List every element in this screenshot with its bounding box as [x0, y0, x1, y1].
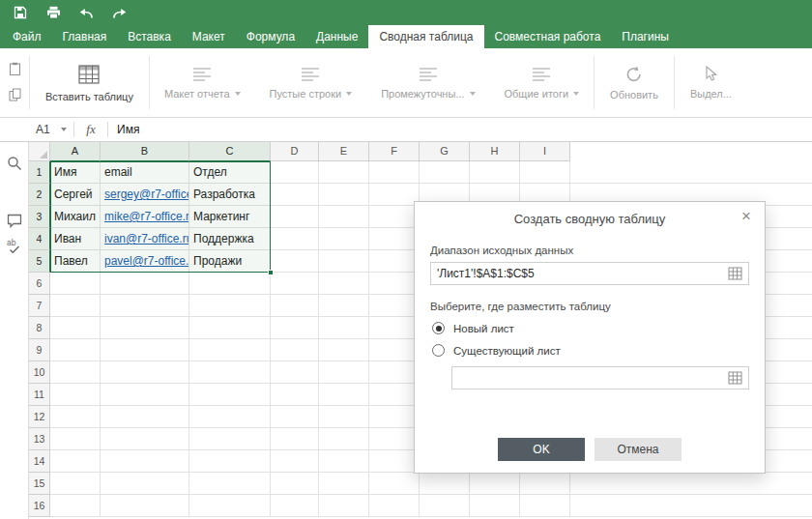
row-header-13[interactable]: 13 [29, 428, 50, 450]
cell-E5[interactable] [319, 250, 369, 273]
select-range-icon[interactable] [728, 267, 742, 280]
menu-tab-8[interactable]: Плагины [611, 25, 680, 48]
cell-E7[interactable] [319, 295, 369, 317]
cell-C7[interactable] [189, 295, 271, 317]
row-header-5[interactable]: 5 [29, 250, 50, 273]
cell-B11[interactable] [101, 384, 189, 406]
menu-tab-1[interactable]: Главная [52, 25, 118, 48]
row-header-12[interactable]: 12 [29, 406, 50, 428]
cell-E11[interactable] [319, 384, 369, 406]
cell-F3[interactable] [369, 206, 420, 228]
cell-I1[interactable] [520, 161, 570, 184]
cell-C15[interactable] [189, 473, 271, 495]
cell-F4[interactable] [369, 228, 420, 250]
cell-A13[interactable] [50, 428, 101, 450]
dialog-header[interactable]: Создать сводную таблицу × [415, 202, 765, 235]
cell-A6[interactable] [50, 273, 101, 295]
cell-B10[interactable] [101, 361, 189, 384]
cell-D1[interactable] [271, 161, 319, 184]
report-layout-button[interactable]: Макет отчета [150, 48, 255, 117]
cell-G16[interactable] [420, 495, 470, 517]
cell-D10[interactable] [271, 361, 319, 384]
grand-totals-button[interactable]: Общие итоги [490, 48, 594, 117]
cell-D13[interactable] [271, 428, 319, 450]
column-header-A[interactable]: A [50, 142, 101, 161]
row-header-11[interactable]: 11 [29, 384, 50, 406]
search-icon[interactable] [7, 156, 22, 171]
cell-C10[interactable] [189, 361, 271, 384]
source-range-input[interactable]: 'Лист1'!$A$1:$C$5 [430, 262, 749, 285]
cell-C4[interactable]: Поддержка [189, 228, 271, 250]
cell-I16[interactable] [520, 495, 570, 517]
cell-D2[interactable] [271, 184, 319, 206]
cell-F16[interactable] [369, 495, 420, 517]
cell-E2[interactable] [319, 184, 369, 206]
row-header-6[interactable]: 6 [29, 273, 50, 295]
row-header-10[interactable]: 10 [29, 361, 50, 384]
cell-E9[interactable] [319, 339, 369, 361]
cell-D3[interactable] [271, 206, 319, 228]
chevron-down-icon[interactable] [61, 128, 67, 131]
undo-icon[interactable] [77, 5, 95, 20]
cell-C16[interactable] [189, 495, 271, 517]
subtotals-button[interactable]: Промежуточны... [366, 48, 489, 117]
cell-D15[interactable] [271, 473, 319, 495]
close-icon[interactable]: × [741, 207, 751, 226]
cell-F2[interactable] [369, 184, 420, 206]
cell-A15[interactable] [50, 473, 101, 495]
cell-D16[interactable] [271, 495, 319, 517]
refresh-button[interactable]: Обновить [594, 48, 674, 117]
cell-B4[interactable]: ivan@r7-office.ru [101, 228, 189, 250]
spellcheck-icon[interactable]: ab [6, 238, 22, 253]
cell-F12[interactable] [369, 406, 420, 428]
insert-pivot-table-button[interactable]: Вставить таблицу [30, 48, 149, 117]
cell-C3[interactable]: Маркетинг [189, 206, 271, 228]
menu-tab-7[interactable]: Совместная работа [484, 25, 612, 48]
paste-icon[interactable] [9, 62, 21, 78]
cell-B15[interactable] [101, 473, 189, 495]
cell-C14[interactable] [189, 450, 271, 473]
row-header-8[interactable]: 8 [29, 317, 50, 339]
cell-C13[interactable] [189, 428, 271, 450]
cell-A8[interactable] [50, 317, 101, 339]
print-icon[interactable] [44, 5, 62, 20]
select-range-icon[interactable] [728, 371, 742, 385]
cancel-button[interactable]: Отмена [594, 438, 682, 461]
menu-tab-5[interactable]: Данные [305, 25, 368, 48]
cell-B1[interactable]: email [101, 161, 189, 184]
cell-F15[interactable] [369, 473, 420, 495]
cell-F11[interactable] [369, 384, 420, 406]
column-header-C[interactable]: C [189, 142, 271, 161]
menu-tab-3[interactable]: Макет [182, 25, 236, 48]
cell-F9[interactable] [369, 339, 420, 361]
save-icon[interactable] [12, 5, 29, 20]
column-header-G[interactable]: G [420, 142, 470, 161]
cell-G1[interactable] [420, 161, 470, 184]
cell-A11[interactable] [50, 384, 101, 406]
cell-F6[interactable] [369, 273, 420, 295]
select-button[interactable]: Выдел... [675, 48, 747, 117]
cell-E4[interactable] [319, 228, 369, 250]
cell-B2[interactable]: sergey@r7-office.ru [101, 184, 189, 206]
cell-E8[interactable] [319, 317, 369, 339]
cell-E1[interactable] [319, 161, 369, 184]
radio-unselected-icon[interactable] [432, 344, 445, 357]
menu-tab-0[interactable]: Файл [2, 25, 52, 48]
cell-D7[interactable] [271, 295, 319, 317]
existing-sheet-range-input[interactable] [451, 366, 749, 389]
cell-C8[interactable] [189, 317, 271, 339]
cell-D12[interactable] [271, 406, 319, 428]
cell-A2[interactable]: Сергей [50, 184, 101, 206]
cell-B7[interactable] [101, 295, 189, 317]
cell-G15[interactable] [420, 473, 470, 495]
cell-E13[interactable] [319, 428, 369, 450]
cell-B5[interactable]: pavel@r7-office.ru [101, 250, 189, 273]
column-header-F[interactable]: F [369, 142, 420, 161]
column-header-H[interactable]: H [470, 142, 520, 161]
ok-button[interactable]: OK [498, 438, 585, 461]
cell-B13[interactable] [101, 428, 189, 450]
cell-A7[interactable] [50, 295, 101, 317]
cell-C5[interactable]: Продажи [189, 250, 271, 273]
column-header-E[interactable]: E [319, 142, 369, 161]
cell-A12[interactable] [50, 406, 101, 428]
